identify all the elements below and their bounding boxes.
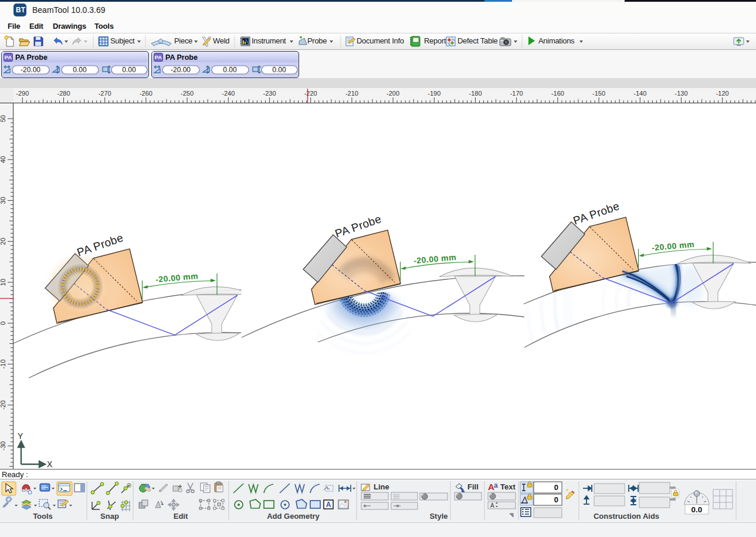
svg-text:-220: -220	[304, 90, 317, 97]
svg-text:-280: -280	[57, 90, 70, 97]
svg-text:Probe: Probe	[307, 36, 327, 45]
svg-text:Y: Y	[18, 431, 23, 441]
svg-text:Document Info: Document Info	[357, 36, 404, 45]
svg-text:-240: -240	[222, 90, 235, 97]
svg-text:Subject: Subject	[110, 36, 135, 45]
svg-text:Piece: Piece	[174, 36, 192, 45]
svg-text:-200: -200	[387, 90, 399, 97]
svg-text:-20.00: -20.00	[171, 66, 191, 74]
svg-text:-130: -130	[674, 90, 687, 97]
svg-text:0.00: 0.00	[122, 66, 136, 74]
svg-text:-210: -210	[345, 90, 358, 97]
svg-text:Add Geometry: Add Geometry	[267, 512, 320, 521]
svg-text:Construction Aids: Construction Aids	[594, 512, 659, 521]
svg-text:-180: -180	[469, 90, 482, 97]
svg-text:0: 0	[554, 483, 558, 492]
svg-text:Fill: Fill	[467, 482, 479, 491]
svg-text:Animations: Animations	[538, 36, 575, 45]
svg-text:A: A	[326, 501, 331, 509]
svg-text:-250: -250	[181, 90, 194, 97]
svg-text:Report: Report	[424, 36, 446, 45]
svg-text:X: X	[47, 460, 53, 469]
svg-text:-20.00: -20.00	[21, 66, 40, 74]
svg-text:-270: -270	[99, 90, 111, 97]
svg-text:Snap: Snap	[100, 512, 119, 521]
svg-text:-140: -140	[633, 90, 646, 97]
svg-text:-260: -260	[140, 90, 152, 97]
svg-text:0: 0	[554, 495, 558, 504]
svg-text:Instrument: Instrument	[252, 36, 286, 45]
svg-text:Text: Text	[500, 482, 516, 491]
svg-text:A: A	[490, 502, 494, 509]
svg-text:Weld: Weld	[213, 36, 229, 45]
svg-text:-190: -190	[428, 90, 440, 97]
svg-text:0.00: 0.00	[223, 66, 237, 74]
svg-text:Tools: Tools	[33, 512, 53, 521]
svg-text:0.0: 0.0	[691, 505, 703, 514]
svg-text:-120: -120	[716, 90, 729, 97]
svg-text:a: a	[494, 481, 498, 489]
svg-text:-170: -170	[510, 90, 523, 97]
svg-text:Edit: Edit	[174, 512, 188, 521]
svg-text:Line: Line	[374, 482, 389, 491]
svg-text:0.00: 0.00	[73, 66, 87, 74]
svg-text:Style: Style	[429, 512, 448, 521]
svg-text:Defect Table: Defect Table	[457, 36, 497, 45]
svg-text:-160: -160	[551, 90, 564, 97]
svg-text:-150: -150	[592, 90, 605, 97]
svg-text:0.00: 0.00	[272, 66, 286, 74]
svg-text:-290: -290	[16, 90, 29, 97]
svg-text:-230: -230	[263, 90, 276, 97]
